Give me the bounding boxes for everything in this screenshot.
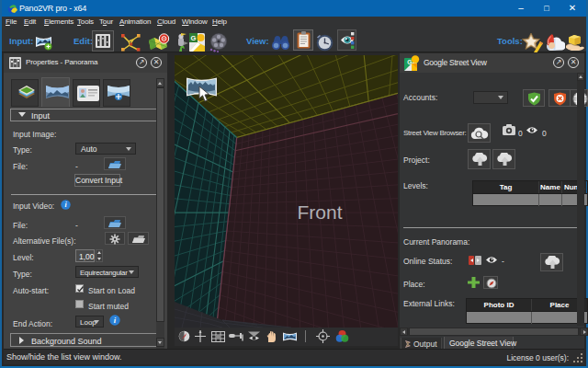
- svg-text:Front: Front: [297, 201, 342, 223]
- svg-text:G: G: [191, 34, 197, 42]
